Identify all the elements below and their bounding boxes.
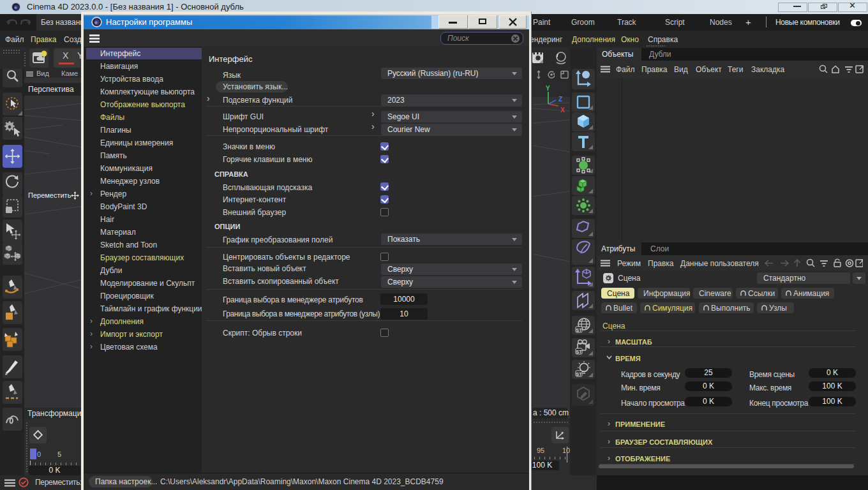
svg-text:ST: ST	[576, 372, 583, 376]
svg-text:ST: ST	[576, 328, 583, 332]
svg-text:Y: Y	[546, 85, 550, 92]
svg-text:X: X	[560, 107, 565, 114]
svg-text:Z: Z	[558, 96, 562, 103]
svg-text:ST: ST	[576, 350, 583, 354]
